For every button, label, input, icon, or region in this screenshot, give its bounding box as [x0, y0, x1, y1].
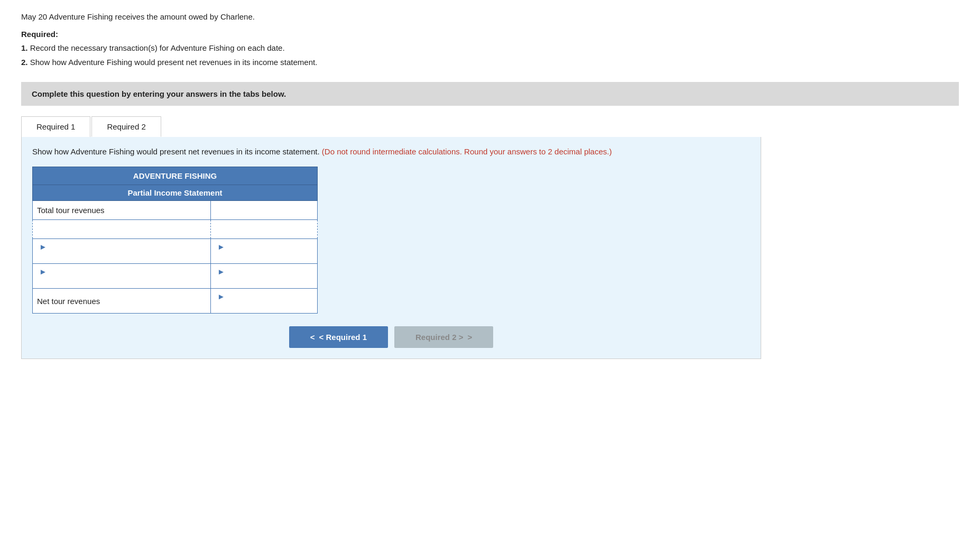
- arrow-icon-2: ►: [37, 267, 47, 276]
- arrow-icon-1: ►: [37, 242, 47, 251]
- tab-instruction: Show how Adventure Fishing would present…: [32, 145, 750, 158]
- label-arrow-1[interactable]: ►: [33, 239, 211, 264]
- tab-required-2[interactable]: Required 2: [91, 116, 161, 137]
- intro-top-text: May 20 Adventure Fishing receives the am…: [21, 11, 959, 23]
- instruction-list: 1. Record the necessary transaction(s) f…: [21, 41, 959, 69]
- table-title-row: ADVENTURE FISHING: [33, 167, 318, 185]
- input-value-arrow-2[interactable]: [215, 277, 303, 285]
- complete-banner: Complete this question by entering your …: [21, 82, 959, 106]
- tab-1-label: Required 1: [36, 122, 75, 131]
- table-subtitle-cell: Partial Income Statement: [33, 185, 318, 201]
- label-net-revenues: Net tour revenues: [33, 289, 211, 314]
- tab-required-1[interactable]: Required 1: [21, 116, 90, 137]
- input-net-revenues[interactable]: [215, 301, 303, 310]
- label-total-revenues-text: Total tour revenues: [37, 206, 105, 215]
- input-label-dotted-1[interactable]: [37, 225, 206, 234]
- prev-label: < Required 1: [319, 333, 367, 342]
- table-title-cell: ADVENTURE FISHING: [33, 167, 318, 185]
- value-dotted-1[interactable]: [210, 220, 317, 239]
- input-label-arrow-1[interactable]: [37, 252, 197, 260]
- instruction-2-number: 2.: [21, 58, 28, 67]
- arrow-value-icon-net: ►: [215, 292, 225, 301]
- instruction-1-number: 1.: [21, 43, 28, 52]
- label-total-revenues: Total tour revenues: [33, 201, 211, 220]
- instruction-2: 2. Show how Adventure Fishing would pres…: [21, 55, 959, 69]
- input-value-dotted-1[interactable]: [215, 225, 313, 234]
- tab-content-area: Show how Adventure Fishing would present…: [21, 137, 761, 359]
- table-title: ADVENTURE FISHING: [133, 171, 217, 180]
- label-net-revenues-text: Net tour revenues: [37, 297, 100, 306]
- arrow-value-icon-1: ►: [215, 242, 225, 251]
- label-arrow-2[interactable]: ►: [33, 264, 211, 289]
- label-dotted-1[interactable]: [33, 220, 211, 239]
- input-value-arrow-1[interactable]: [215, 252, 303, 260]
- tabs-wrapper: Required 1 Required 2 Show how Adventure…: [21, 116, 761, 359]
- top-text-line: May 20 Adventure Fishing receives the am…: [21, 12, 255, 21]
- prev-button[interactable]: < < Required 1: [289, 326, 388, 348]
- instruction-plain: Show how Adventure Fishing would present…: [32, 147, 320, 156]
- instruction-1-text: Record the necessary transaction(s) for …: [30, 43, 285, 52]
- table-row-dotted: [33, 220, 318, 239]
- income-table: ADVENTURE FISHING Partial Income Stateme…: [32, 167, 318, 314]
- instruction-red: (Do not round intermediate calculations.…: [322, 147, 612, 156]
- value-total-revenues[interactable]: [210, 201, 317, 220]
- table-row-arrow-2: ► ►: [33, 264, 318, 289]
- table-row: Total tour revenues: [33, 201, 318, 220]
- nav-buttons: < < Required 1 Required 2 > >: [32, 326, 750, 348]
- next-icon: >: [467, 333, 472, 342]
- input-label-arrow-2[interactable]: [37, 277, 197, 285]
- value-net-revenues[interactable]: ►: [210, 289, 317, 314]
- next-label: Required 2 >: [415, 333, 463, 342]
- table-subtitle: Partial Income Statement: [127, 188, 222, 197]
- required-heading: Required:: [21, 30, 959, 39]
- table-subtitle-row: Partial Income Statement: [33, 185, 318, 201]
- instruction-1: 1. Record the necessary transaction(s) f…: [21, 41, 959, 55]
- instruction-2-text: Show how Adventure Fishing would present…: [30, 58, 318, 67]
- banner-text: Complete this question by entering your …: [32, 89, 286, 98]
- table-row-arrow-1: ► ►: [33, 239, 318, 264]
- table-row-net-revenues: Net tour revenues ►: [33, 289, 318, 314]
- value-arrow-1[interactable]: ►: [210, 239, 317, 264]
- prev-icon: <: [310, 333, 315, 342]
- input-total-revenues[interactable]: [215, 206, 313, 215]
- arrow-value-icon-2: ►: [215, 267, 225, 276]
- value-arrow-2[interactable]: ►: [210, 264, 317, 289]
- tab-2-label: Required 2: [107, 122, 145, 131]
- next-button[interactable]: Required 2 > >: [394, 326, 493, 348]
- tab-bar: Required 1 Required 2: [21, 116, 761, 137]
